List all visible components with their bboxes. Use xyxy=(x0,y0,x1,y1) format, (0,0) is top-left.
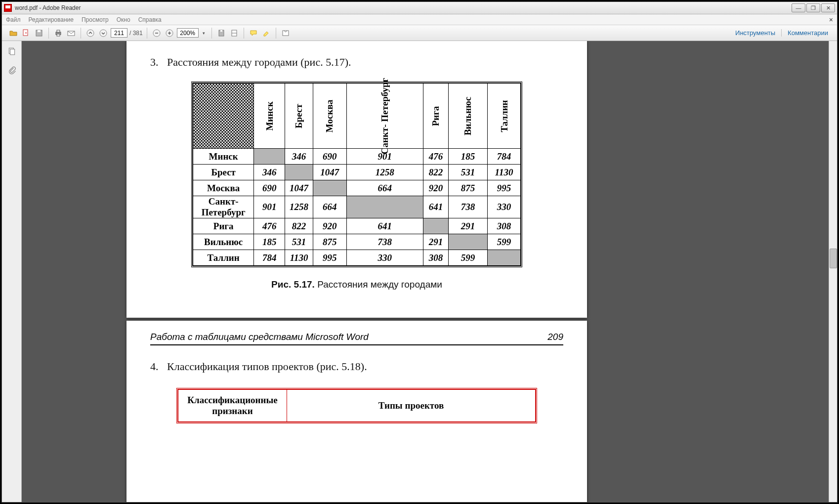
window-buttons: — ❐ ✕ xyxy=(792,3,835,12)
page-number: 209 xyxy=(547,332,563,342)
distance-table: МинскБрестМоскваСанкт- ПетербургРигаВиль… xyxy=(191,82,522,267)
menubar: Файл Редактирование Просмотр Окно Справк… xyxy=(2,14,837,25)
svg-point-7 xyxy=(87,30,94,37)
pdf-page: Работа с таблицами средствами Microsoft … xyxy=(126,321,587,502)
tools-panel-button[interactable]: Инструменты xyxy=(729,29,781,37)
scrollbar-thumb[interactable] xyxy=(830,249,837,268)
page-layout-icon[interactable] xyxy=(229,28,240,39)
document-area: 3.Расстояния между городами (рис. 5.17).… xyxy=(2,41,837,502)
menu-window[interactable]: Окно xyxy=(117,16,130,23)
table-header: Типы проектов xyxy=(287,390,536,422)
zoom-out-icon[interactable] xyxy=(151,28,162,39)
vertical-scrollbar[interactable] xyxy=(829,41,837,502)
read-mode-icon[interactable] xyxy=(280,28,291,39)
attachments-icon[interactable] xyxy=(5,64,18,77)
print-icon[interactable] xyxy=(53,28,64,39)
email-icon[interactable] xyxy=(66,28,77,39)
page-viewport[interactable]: 3.Расстояния между городами (рис. 5.17).… xyxy=(22,41,837,502)
classification-table: Классификационные признаки Типы проектов xyxy=(176,388,537,423)
page-up-icon[interactable] xyxy=(85,28,96,39)
menu-view[interactable]: Просмотр xyxy=(82,16,109,23)
svg-point-8 xyxy=(100,30,107,37)
close-doc-icon[interactable]: × xyxy=(829,16,833,24)
comment-icon[interactable] xyxy=(248,28,259,39)
open-icon[interactable] xyxy=(8,28,19,39)
menu-help[interactable]: Справка xyxy=(138,16,162,23)
save-icon[interactable] xyxy=(34,28,44,39)
pdf-page: 3.Расстояния между городами (рис. 5.17).… xyxy=(126,41,587,318)
highlight-icon[interactable] xyxy=(261,28,272,39)
figure-caption: Рис. 5.17. Расстояния между городами xyxy=(150,279,563,290)
window-title: word.pdf - Adobe Reader xyxy=(15,4,792,11)
app-icon xyxy=(4,4,12,12)
save-copy-icon[interactable] xyxy=(216,28,227,39)
thumbnails-icon[interactable] xyxy=(5,45,18,58)
svg-rect-12 xyxy=(220,30,222,32)
app-window: word.pdf - Adobe Reader — ❐ ✕ Файл Редак… xyxy=(1,1,838,503)
page-down-icon[interactable] xyxy=(98,28,109,39)
svg-rect-16 xyxy=(10,49,14,55)
list-item: 4.Классификация типов проектов (рис. 5.1… xyxy=(150,360,563,373)
page-input[interactable] xyxy=(111,28,127,38)
toolbar: / 381 200% Инструменты Комментарии xyxy=(2,25,837,41)
nav-sidebar xyxy=(2,41,22,502)
list-item: 3.Расстояния между городами (рис. 5.17). xyxy=(150,56,563,69)
zoom-in-icon[interactable] xyxy=(164,28,175,39)
titlebar: word.pdf - Adobe Reader — ❐ ✕ xyxy=(2,2,837,14)
table-header: Классификационные признаки xyxy=(178,390,287,422)
svg-rect-5 xyxy=(57,34,60,36)
menu-edit[interactable]: Редактирование xyxy=(29,16,74,23)
minimize-button[interactable]: — xyxy=(792,3,805,12)
export-icon[interactable] xyxy=(21,28,32,39)
svg-rect-2 xyxy=(38,30,41,32)
close-button[interactable]: ✕ xyxy=(821,3,835,12)
page-total: / 381 xyxy=(129,30,143,37)
svg-rect-14 xyxy=(283,31,289,36)
svg-rect-4 xyxy=(57,30,60,32)
maximize-button[interactable]: ❐ xyxy=(806,3,820,12)
menu-file[interactable]: Файл xyxy=(6,16,21,23)
comments-panel-button[interactable]: Комментарии xyxy=(781,29,834,37)
running-head: Работа с таблицами средствами Microsoft … xyxy=(150,332,563,345)
zoom-select[interactable]: 200% xyxy=(177,28,199,38)
